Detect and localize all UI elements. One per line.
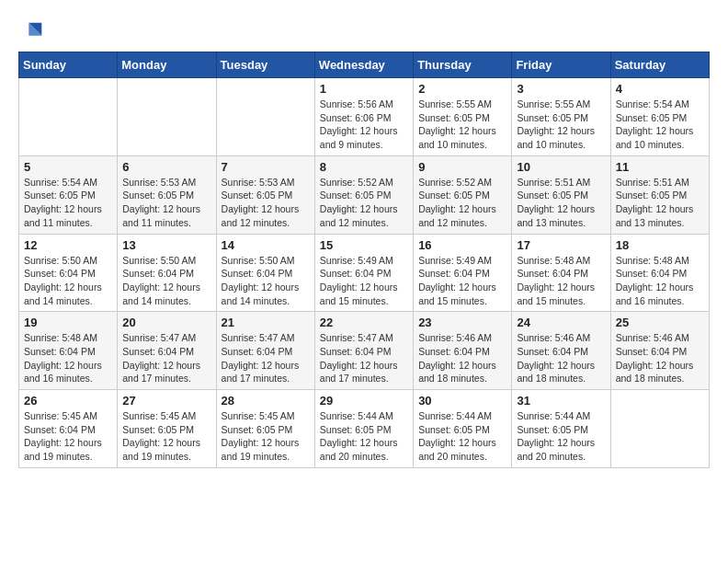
day-info: Sunrise: 5:47 AM Sunset: 6:04 PM Dayligh… xyxy=(122,331,210,385)
calendar-day-cell: 10Sunrise: 5:51 AM Sunset: 6:05 PM Dayli… xyxy=(512,155,610,234)
day-number: 12 xyxy=(24,238,112,252)
calendar-day-cell: 31Sunrise: 5:44 AM Sunset: 6:05 PM Dayli… xyxy=(512,390,610,468)
day-number: 4 xyxy=(616,82,704,96)
day-info: Sunrise: 5:55 AM Sunset: 6:05 PM Dayligh… xyxy=(517,98,605,152)
calendar-day-cell xyxy=(19,78,118,156)
calendar-day-cell xyxy=(216,78,314,156)
day-number: 11 xyxy=(616,160,704,174)
day-info: Sunrise: 5:52 AM Sunset: 6:05 PM Dayligh… xyxy=(418,176,506,230)
header-section xyxy=(18,18,710,44)
day-number: 31 xyxy=(517,394,605,408)
calendar-day-cell: 22Sunrise: 5:47 AM Sunset: 6:04 PM Dayli… xyxy=(314,312,413,390)
day-info: Sunrise: 5:49 AM Sunset: 6:04 PM Dayligh… xyxy=(418,254,506,308)
calendar-day-cell: 2Sunrise: 5:55 AM Sunset: 6:05 PM Daylig… xyxy=(414,78,512,156)
day-info: Sunrise: 5:45 AM Sunset: 6:05 PM Dayligh… xyxy=(222,409,310,464)
day-info: Sunrise: 5:47 AM Sunset: 6:04 PM Dayligh… xyxy=(222,331,310,385)
day-info: Sunrise: 5:49 AM Sunset: 6:04 PM Dayligh… xyxy=(320,254,408,308)
day-info: Sunrise: 5:50 AM Sunset: 6:04 PM Dayligh… xyxy=(24,254,112,308)
day-info: Sunrise: 5:44 AM Sunset: 6:05 PM Dayligh… xyxy=(517,409,605,464)
day-number: 17 xyxy=(517,238,605,252)
day-info: Sunrise: 5:44 AM Sunset: 6:05 PM Dayligh… xyxy=(320,409,408,464)
day-info: Sunrise: 5:53 AM Sunset: 6:05 PM Dayligh… xyxy=(222,176,310,230)
day-info: Sunrise: 5:55 AM Sunset: 6:05 PM Dayligh… xyxy=(418,98,506,152)
day-number: 24 xyxy=(517,316,605,329)
day-number: 5 xyxy=(24,160,112,174)
day-number: 27 xyxy=(122,394,210,408)
day-info: Sunrise: 5:48 AM Sunset: 6:04 PM Dayligh… xyxy=(24,331,112,385)
day-number: 19 xyxy=(24,316,112,329)
day-number: 29 xyxy=(320,394,408,408)
day-info: Sunrise: 5:51 AM Sunset: 6:05 PM Dayligh… xyxy=(616,176,704,230)
day-number: 1 xyxy=(320,82,408,96)
day-of-week-header: Monday xyxy=(118,52,216,78)
calendar-day-cell: 7Sunrise: 5:53 AM Sunset: 6:05 PM Daylig… xyxy=(216,155,314,234)
day-info: Sunrise: 5:47 AM Sunset: 6:04 PM Dayligh… xyxy=(320,331,408,385)
day-number: 8 xyxy=(320,160,408,174)
day-number: 21 xyxy=(222,316,310,329)
calendar-day-cell: 8Sunrise: 5:52 AM Sunset: 6:05 PM Daylig… xyxy=(314,155,413,234)
day-info: Sunrise: 5:46 AM Sunset: 6:04 PM Dayligh… xyxy=(616,331,704,385)
calendar-header-row: SundayMondayTuesdayWednesdayThursdayFrid… xyxy=(19,52,710,78)
calendar-day-cell: 26Sunrise: 5:45 AM Sunset: 6:04 PM Dayli… xyxy=(19,390,118,468)
day-of-week-header: Saturday xyxy=(610,52,709,78)
calendar-week-row: 26Sunrise: 5:45 AM Sunset: 6:04 PM Dayli… xyxy=(19,390,710,468)
calendar-day-cell: 20Sunrise: 5:47 AM Sunset: 6:04 PM Dayli… xyxy=(118,312,216,390)
day-number: 10 xyxy=(517,160,605,174)
day-number: 7 xyxy=(222,160,310,174)
calendar-day-cell: 27Sunrise: 5:45 AM Sunset: 6:05 PM Dayli… xyxy=(118,390,216,468)
calendar-day-cell: 18Sunrise: 5:48 AM Sunset: 6:04 PM Dayli… xyxy=(610,234,709,312)
day-info: Sunrise: 5:51 AM Sunset: 6:05 PM Dayligh… xyxy=(517,176,605,230)
day-of-week-header: Wednesday xyxy=(314,52,413,78)
day-number: 3 xyxy=(517,82,605,96)
calendar-day-cell xyxy=(610,390,709,468)
calendar-day-cell: 30Sunrise: 5:44 AM Sunset: 6:05 PM Dayli… xyxy=(414,390,512,468)
page: SundayMondayTuesdayWednesdayThursdayFrid… xyxy=(0,0,728,477)
day-info: Sunrise: 5:50 AM Sunset: 6:04 PM Dayligh… xyxy=(222,254,310,308)
calendar-day-cell: 13Sunrise: 5:50 AM Sunset: 6:04 PM Dayli… xyxy=(118,234,216,312)
calendar-day-cell: 1Sunrise: 5:56 AM Sunset: 6:06 PM Daylig… xyxy=(314,78,413,156)
day-info: Sunrise: 5:54 AM Sunset: 6:05 PM Dayligh… xyxy=(616,98,704,152)
day-number: 28 xyxy=(222,394,310,408)
calendar-day-cell: 14Sunrise: 5:50 AM Sunset: 6:04 PM Dayli… xyxy=(216,234,314,312)
day-info: Sunrise: 5:46 AM Sunset: 6:04 PM Dayligh… xyxy=(517,331,605,385)
calendar-day-cell: 17Sunrise: 5:48 AM Sunset: 6:04 PM Dayli… xyxy=(512,234,610,312)
calendar-day-cell: 16Sunrise: 5:49 AM Sunset: 6:04 PM Dayli… xyxy=(414,234,512,312)
calendar-day-cell: 25Sunrise: 5:46 AM Sunset: 6:04 PM Dayli… xyxy=(610,312,709,390)
calendar-day-cell: 6Sunrise: 5:53 AM Sunset: 6:05 PM Daylig… xyxy=(118,155,216,234)
calendar-day-cell: 21Sunrise: 5:47 AM Sunset: 6:04 PM Dayli… xyxy=(216,312,314,390)
day-number: 15 xyxy=(320,238,408,252)
day-info: Sunrise: 5:45 AM Sunset: 6:04 PM Dayligh… xyxy=(24,409,112,464)
day-number: 30 xyxy=(418,394,506,408)
calendar-day-cell: 4Sunrise: 5:54 AM Sunset: 6:05 PM Daylig… xyxy=(610,78,709,156)
day-info: Sunrise: 5:56 AM Sunset: 6:06 PM Dayligh… xyxy=(320,98,408,152)
logo xyxy=(18,18,46,44)
day-number: 25 xyxy=(616,316,704,329)
calendar-day-cell: 12Sunrise: 5:50 AM Sunset: 6:04 PM Dayli… xyxy=(19,234,118,312)
day-info: Sunrise: 5:54 AM Sunset: 6:05 PM Dayligh… xyxy=(24,176,112,230)
calendar-day-cell: 11Sunrise: 5:51 AM Sunset: 6:05 PM Dayli… xyxy=(610,155,709,234)
calendar-table: SundayMondayTuesdayWednesdayThursdayFrid… xyxy=(18,52,710,468)
calendar-day-cell xyxy=(118,78,216,156)
calendar-day-cell: 9Sunrise: 5:52 AM Sunset: 6:05 PM Daylig… xyxy=(414,155,512,234)
day-number: 14 xyxy=(222,238,310,252)
calendar-week-row: 1Sunrise: 5:56 AM Sunset: 6:06 PM Daylig… xyxy=(19,78,710,156)
day-number: 20 xyxy=(122,316,210,329)
day-info: Sunrise: 5:50 AM Sunset: 6:04 PM Dayligh… xyxy=(122,254,210,308)
day-of-week-header: Thursday xyxy=(414,52,512,78)
day-number: 2 xyxy=(418,82,506,96)
day-number: 23 xyxy=(418,316,506,329)
calendar-day-cell: 24Sunrise: 5:46 AM Sunset: 6:04 PM Dayli… xyxy=(512,312,610,390)
calendar-day-cell: 15Sunrise: 5:49 AM Sunset: 6:04 PM Dayli… xyxy=(314,234,413,312)
day-number: 22 xyxy=(320,316,408,329)
day-number: 13 xyxy=(122,238,210,252)
day-number: 16 xyxy=(418,238,506,252)
day-info: Sunrise: 5:45 AM Sunset: 6:05 PM Dayligh… xyxy=(122,409,210,464)
calendar-day-cell: 5Sunrise: 5:54 AM Sunset: 6:05 PM Daylig… xyxy=(19,155,118,234)
day-number: 26 xyxy=(24,394,112,408)
calendar-week-row: 5Sunrise: 5:54 AM Sunset: 6:05 PM Daylig… xyxy=(19,155,710,234)
calendar-day-cell: 23Sunrise: 5:46 AM Sunset: 6:04 PM Dayli… xyxy=(414,312,512,390)
day-of-week-header: Sunday xyxy=(19,52,118,78)
day-of-week-header: Friday xyxy=(512,52,610,78)
logo-icon xyxy=(20,18,46,44)
day-number: 6 xyxy=(122,160,210,174)
